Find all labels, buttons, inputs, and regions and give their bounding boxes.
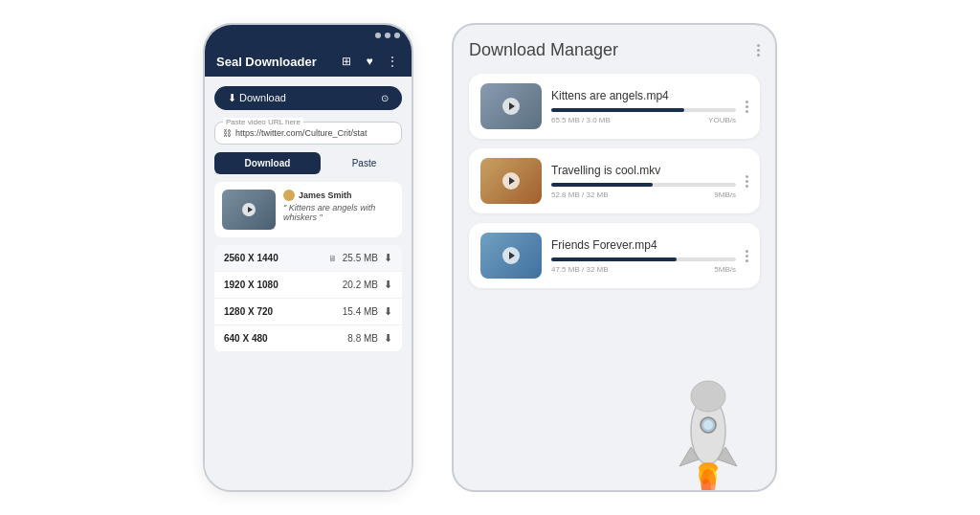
resolution-label: 2560 X 1440 xyxy=(224,253,278,263)
resolution-size: 20.2 MB xyxy=(343,280,378,290)
travel-thumbnail xyxy=(480,158,542,204)
friends-info: Friends Forever.mp4 47.5 MB / 32 MB 5MB/… xyxy=(551,238,736,274)
resolution-list: 2560 X 1440 🖥 25.5 MB ⬇ 1920 X 1080 20.2… xyxy=(214,245,402,352)
video-info: James Smith " Kittens are angels with wh… xyxy=(283,190,394,222)
url-input-container: Paste video URL here ⛓ https://twitter.c… xyxy=(214,122,402,145)
dot-2 xyxy=(746,255,748,258)
resolution-label: 1920 X 1080 xyxy=(224,280,278,290)
panel-title: Download Manager xyxy=(469,40,618,60)
link-icon: ⛓ xyxy=(223,128,232,138)
travel-filename: Travelling is cool.mkv xyxy=(551,164,736,177)
download-item-friends: Friends Forever.mp4 47.5 MB / 32 MB 5MB/… xyxy=(469,223,760,288)
play-icon xyxy=(248,207,253,213)
rocket-svg xyxy=(651,375,766,492)
download-bar-secondary-icon: ⊙ xyxy=(381,93,389,103)
dot-1 xyxy=(746,250,748,253)
resolution-item[interactable]: 2560 X 1440 🖥 25.5 MB ⬇ xyxy=(214,245,402,272)
status-dot-3 xyxy=(394,33,400,38)
kittens-filename: Kittens are angels.mp4 xyxy=(551,89,736,102)
url-input-row: ⛓ https://twitter.com/Culture_Crit/stat xyxy=(223,128,393,138)
kittens-progress-fill xyxy=(551,108,684,112)
kittens-info: Kittens are angels.mp4 65.5 MB / 3.0 MB … xyxy=(551,89,736,124)
video-author-row: James Smith xyxy=(283,190,394,201)
download-bar-label: ⬇ Download xyxy=(228,92,286,104)
kittens-size: 65.5 MB / 3.0 MB xyxy=(551,116,611,124)
download-button[interactable]: Download xyxy=(214,152,321,174)
friends-menu-button[interactable] xyxy=(746,250,748,262)
kittens-menu-button[interactable] xyxy=(746,101,748,113)
download-icon[interactable]: ⬇ xyxy=(384,252,392,264)
dot-2 xyxy=(757,49,760,52)
download-manager-panel: Download Manager Kittens are angels.mp4 xyxy=(452,23,777,492)
phone-header-icons: ⊞ ♥ ⋮ xyxy=(339,54,400,69)
copy-icon[interactable]: ⊞ xyxy=(339,54,354,69)
kittens-speed: YOUB/s xyxy=(708,116,736,124)
travel-speed: 9MB/s xyxy=(714,190,736,199)
play-icon xyxy=(509,252,515,259)
download-icon[interactable]: ⬇ xyxy=(384,279,392,291)
paste-button[interactable]: Paste xyxy=(326,152,402,174)
resolution-icons: 🖥 25.5 MB ⬇ xyxy=(328,252,392,264)
main-container: Seal Downloader ⊞ ♥ ⋮ ⬇ Download ⊙ Paste… xyxy=(0,0,980,515)
url-value[interactable]: https://twitter.com/Culture_Crit/stat xyxy=(235,128,368,138)
play-button[interactable] xyxy=(242,203,256,216)
resolution-size: 8.8 MB xyxy=(347,333,378,344)
resolution-item[interactable]: 1920 X 1080 20.2 MB ⬇ xyxy=(214,272,402,299)
dot-3 xyxy=(746,259,748,262)
rocket-illustration xyxy=(651,375,766,492)
friends-thumbnail xyxy=(480,233,542,279)
status-bar xyxy=(205,25,412,46)
dot-3 xyxy=(746,110,748,113)
dot-1 xyxy=(746,175,748,178)
download-item-travel: Travelling is cool.mkv 52.8 MB / 32 MB 9… xyxy=(469,148,760,213)
download-item-kittens: Kittens are angels.mp4 65.5 MB / 3.0 MB … xyxy=(469,74,760,139)
resolution-icons: 15.4 MB ⬇ xyxy=(343,305,392,318)
download-icon[interactable]: ⬇ xyxy=(384,332,392,345)
dot-1 xyxy=(746,101,748,103)
travel-play-button[interactable] xyxy=(502,172,520,190)
resolution-icons: 20.2 MB ⬇ xyxy=(343,279,392,291)
travel-menu-button[interactable] xyxy=(746,175,748,188)
friends-progress-fill xyxy=(551,258,677,261)
action-buttons: Download Paste xyxy=(214,152,402,174)
kittens-play-button[interactable] xyxy=(502,98,520,115)
travel-progress-fill xyxy=(551,183,653,187)
dot-3 xyxy=(757,54,760,56)
download-icon[interactable]: ⬇ xyxy=(384,305,392,318)
heart-icon[interactable]: ♥ xyxy=(362,54,377,69)
play-icon xyxy=(509,177,515,185)
phone-mockup: Seal Downloader ⊞ ♥ ⋮ ⬇ Download ⊙ Paste… xyxy=(203,23,413,492)
resolution-item[interactable]: 640 X 480 8.8 MB ⬇ xyxy=(214,325,402,352)
dot-1 xyxy=(757,44,760,47)
monitor-icon: 🖥 xyxy=(328,254,337,263)
friends-filename: Friends Forever.mp4 xyxy=(551,238,736,252)
friends-progress-bg xyxy=(551,258,736,261)
kittens-stats: 65.5 MB / 3.0 MB YOUB/s xyxy=(551,116,736,124)
dot-2 xyxy=(746,180,748,183)
resolution-label: 1280 X 720 xyxy=(224,306,273,317)
svg-point-3 xyxy=(703,420,713,430)
more-icon[interactable]: ⋮ xyxy=(385,54,400,69)
url-label: Paste video URL here xyxy=(223,118,303,126)
kittens-thumbnail xyxy=(480,83,542,129)
travel-progress-bg xyxy=(551,183,736,187)
panel-header: Download Manager xyxy=(469,40,760,60)
friends-size: 47.5 MB / 32 MB xyxy=(551,265,609,274)
resolution-item[interactable]: 1280 X 720 15.4 MB ⬇ xyxy=(214,299,402,325)
status-dot-1 xyxy=(375,33,381,38)
dot-3 xyxy=(746,185,748,188)
resolution-label: 640 X 480 xyxy=(224,333,268,344)
author-avatar xyxy=(283,190,295,201)
dot-2 xyxy=(746,105,748,108)
travel-info: Travelling is cool.mkv 52.8 MB / 32 MB 9… xyxy=(551,164,736,199)
status-dot-2 xyxy=(385,33,390,38)
play-icon xyxy=(509,102,515,110)
phone-header: Seal Downloader ⊞ ♥ ⋮ xyxy=(205,46,412,77)
friends-stats: 47.5 MB / 32 MB 5MB/s xyxy=(551,265,736,274)
author-name: James Smith xyxy=(299,190,352,200)
panel-menu-button[interactable] xyxy=(757,44,760,56)
friends-play-button[interactable] xyxy=(502,247,520,264)
video-preview-card: James Smith " Kittens are angels with wh… xyxy=(214,182,402,237)
download-bar[interactable]: ⬇ Download ⊙ xyxy=(214,86,402,110)
resolution-icons: 8.8 MB ⬇ xyxy=(347,332,392,345)
